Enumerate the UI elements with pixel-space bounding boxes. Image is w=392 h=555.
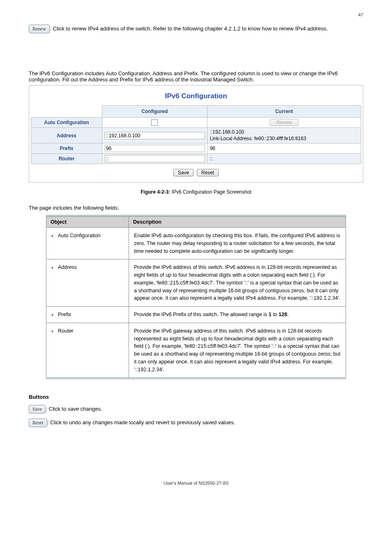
ipv6-lead-text: The IPv6 Configuration includes Auto Con…	[29, 70, 363, 83]
header-page-no: 47	[29, 12, 363, 17]
col-configured: Configured	[102, 106, 208, 118]
desc-row-router: Router Provide the IPv6 gateway address …	[46, 323, 346, 378]
renew-intro: Renew: Click to renew IPv4 address of th…	[29, 25, 363, 33]
address-current-line2: Link-Local Address: fe80::230:4fff:fe16:…	[210, 136, 358, 142]
desc-object-0: Auto Configuration	[51, 232, 124, 240]
row-autoconf-label: Auto Configuration	[31, 118, 102, 128]
desc-text-3: Provide the IPv6 gateway address of this…	[129, 323, 346, 378]
reset-button[interactable]: Reset	[197, 169, 219, 176]
desc-header-description: Description	[129, 216, 346, 228]
router-current: ::	[207, 154, 361, 164]
desc-row-prefix: Prefix Provide the IPv6 Prefix of this s…	[46, 307, 346, 323]
renew-button-sample: Renew	[29, 25, 50, 33]
save-button-sample: Save	[29, 405, 46, 414]
reset-button-line: Reset: Click to undo any changes made lo…	[29, 419, 363, 427]
ipv6-config-figure: IPv6 Configuration Configured Current Au…	[29, 85, 363, 183]
address-input[interactable]	[105, 132, 205, 139]
desc-text-1: Provide the IPv6 address of this switch.…	[129, 259, 346, 307]
router-input[interactable]	[105, 155, 205, 162]
address-current-line1: ::192.168.0.100	[210, 129, 358, 136]
col-current: Current	[207, 106, 361, 118]
prefix-current: 96	[207, 143, 361, 154]
desc-object-2: Prefix	[51, 311, 124, 319]
row-address-label: Address	[31, 128, 102, 143]
footer-text: User's Manual of NS3550-2T-8S	[29, 481, 363, 486]
figure-caption: Figure 4-2-3: IPv6 Configuration Page Sc…	[29, 189, 363, 195]
save-button[interactable]: Save	[173, 169, 194, 176]
desc-row-address: Address Provide the IPv6 address of this…	[46, 259, 346, 307]
row-prefix-label: Prefix	[31, 143, 102, 154]
reset-button-sample: Reset	[29, 419, 47, 427]
prefix-input[interactable]	[105, 145, 205, 152]
ipv6-config-title: IPv6 Configuration	[31, 88, 361, 105]
save-button-line: Save: Click to save changes.	[29, 405, 363, 414]
desc-header-object: Object	[46, 216, 129, 228]
buttons-section-title: Buttons	[29, 394, 363, 400]
desc-row-autoconf: Auto Configuration Enable IPv6 auto-conf…	[46, 228, 346, 259]
autoconf-checkbox[interactable]	[151, 119, 158, 126]
renew-button-disabled: Renew	[270, 119, 299, 126]
ipv6-config-table: Configured Current Auto Configuration Re…	[31, 105, 361, 164]
desc-text-2: Provide the IPv6 Prefix of this switch. …	[129, 307, 346, 323]
desc-text-0: Enable IPv6 auto-configuration by checki…	[129, 228, 346, 259]
renew-intro-text: : Click to renew IPv4 address of the swi…	[50, 25, 327, 32]
desc-object-1: Address	[51, 264, 124, 271]
row-router-label: Router	[31, 154, 102, 164]
desc-object-3: Router	[51, 327, 124, 335]
description-table: Object Description Auto Configuration En…	[46, 215, 346, 379]
desc-intro: The page includes the following fields:	[29, 205, 363, 211]
